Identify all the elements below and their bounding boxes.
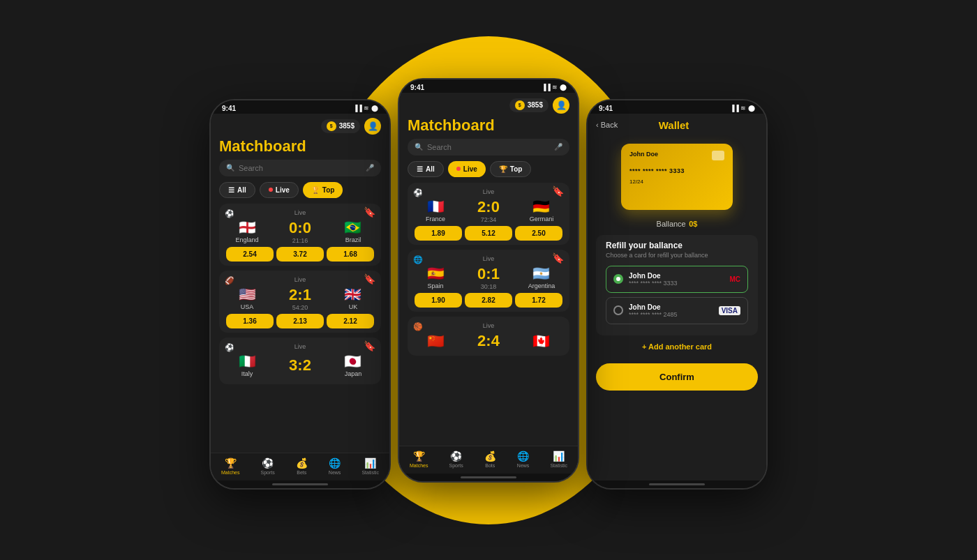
- flag-usa: 🇺🇸: [239, 287, 256, 301]
- odd-1-3[interactable]: 1.68: [327, 247, 374, 262]
- teams-c2: 🇪🇸 Spain 0:1 30:18 🇦🇷 Argentina: [415, 266, 562, 290]
- status-icons-right: ▐▐ ≋ ⬤: [730, 105, 755, 112]
- matches-icon-center: 🏆: [413, 451, 425, 462]
- flag-brazil: 🇧🇷: [344, 220, 361, 234]
- nav-sports-center[interactable]: ⚽ Sports: [449, 451, 463, 468]
- tab-top-center[interactable]: 🏆 Top: [490, 161, 532, 177]
- home-indicator-right: [588, 480, 766, 488]
- trophy-icon-left: 🏆: [311, 186, 320, 194]
- tab-top-left[interactable]: 🏆 Top: [303, 182, 343, 198]
- tab-live-left[interactable]: Live: [260, 182, 299, 198]
- tab-all-left[interactable]: ☰ All: [219, 182, 255, 198]
- nav-sports-left[interactable]: ⚽ Sports: [261, 457, 275, 475]
- tab-live-center[interactable]: Live: [448, 161, 486, 177]
- bets-icon-left: 💰: [296, 457, 308, 469]
- phone-center: 9:41 ▐▐ ≋ ⬤ $ 385$ 👤 Matchboard 🔍 🎤 ☰: [398, 78, 579, 483]
- odd-2-2[interactable]: 2.13: [276, 314, 324, 328]
- bookmark-icon-2[interactable]: 🔖: [364, 273, 375, 285]
- page-title-left: Matchboard: [211, 136, 389, 160]
- odd-c1-2[interactable]: 5.12: [465, 226, 512, 241]
- team1-c2: 🇪🇸 Spain: [415, 266, 456, 289]
- search-input-left[interactable]: [239, 164, 361, 172]
- confirm-button[interactable]: Confirm: [596, 363, 758, 391]
- avatar-left[interactable]: 👤: [364, 118, 381, 135]
- search-input-center[interactable]: [427, 143, 550, 151]
- bottom-nav-center: 🏆 Matches ⚽ Sports 💰 Bots 🌐 News 📊: [399, 446, 578, 474]
- nav-stat-center[interactable]: 📊 Statistic: [550, 451, 567, 468]
- odds-row-2: 1.36 2.13 2.12: [226, 314, 374, 328]
- nav-label-sports-center: Sports: [449, 463, 463, 468]
- flag-japan: 🇯🇵: [344, 354, 361, 368]
- flag-spain: 🇪🇸: [427, 266, 445, 280]
- match-card-left-3: ⚽ Live 🔖 🇮🇹 Italy 3:2: [219, 338, 381, 384]
- nav-news-left[interactable]: 🌐 News: [329, 457, 341, 475]
- filter-tabs-center: ☰ All Live 🏆 Top: [399, 161, 578, 183]
- odd-c1-1[interactable]: 1.89: [415, 226, 462, 241]
- nav-stat-left[interactable]: 📊 Statistic: [361, 457, 379, 475]
- nav-label-sports-left: Sports: [261, 470, 275, 475]
- matches-icon-left: 🏆: [225, 457, 237, 469]
- odd-1-1[interactable]: 2.54: [226, 247, 274, 262]
- odd-c2-3[interactable]: 1.72: [515, 293, 562, 308]
- credit-card-display: John Doe **** **** **** 3333 12/24: [621, 144, 733, 210]
- nav-matches-left[interactable]: 🏆 Matches: [221, 457, 239, 475]
- time-c1: 72:34: [481, 216, 497, 223]
- nav-label-matches-left: Matches: [221, 470, 239, 475]
- time-left: 9:41: [222, 105, 236, 112]
- sport-icon-c1: ⚽: [413, 188, 423, 197]
- score-c3: 2:4: [477, 333, 500, 349]
- home-bar-left: [272, 483, 328, 485]
- nav-bets-left[interactable]: 💰 Bets: [296, 457, 308, 475]
- odd-c2-2[interactable]: 2.82: [465, 293, 512, 308]
- wallet-card-container: John Doe **** **** **** 3333 12/24: [588, 137, 766, 214]
- back-button[interactable]: ‹ Back: [596, 121, 618, 129]
- nav-label-news-left: News: [329, 470, 341, 475]
- flag-canada: 🇨🇦: [532, 334, 550, 348]
- home-bar-center: [461, 476, 516, 478]
- score-block-c3: 2:4: [477, 333, 500, 349]
- avatar-center[interactable]: 👤: [553, 97, 569, 114]
- odds-row-1: 2.54 3.72 1.68: [226, 247, 374, 262]
- notch-right: 9:41 ▐▐ ≋ ⬤: [588, 100, 766, 114]
- team1-match2: 🇺🇸 USA: [226, 287, 268, 310]
- add-card-button[interactable]: + Add another card: [588, 335, 766, 358]
- card-option-1[interactable]: John Doe **** **** **** 3333 MC: [606, 266, 748, 293]
- odd-2-1[interactable]: 1.36: [226, 314, 274, 328]
- odd-c2-1[interactable]: 1.90: [415, 293, 462, 308]
- card-option-2[interactable]: John Doe **** **** **** 2485 VISA: [606, 297, 748, 324]
- visa-icon: VISA: [719, 306, 740, 315]
- bookmark-icon-c2[interactable]: 🔖: [552, 252, 564, 264]
- odd-c1-3[interactable]: 2.50: [515, 226, 562, 241]
- sport-icon-1: ⚽: [225, 209, 234, 218]
- teams-1: 🏴󠁧󠁢󠁥󠁮󠁧󠁿 England 0:0 21:16 🇧🇷 Brazil: [226, 220, 374, 244]
- search-bar-center[interactable]: 🔍 🎤: [408, 139, 569, 156]
- mic-icon-left: 🎤: [366, 164, 374, 172]
- match-card-center-3: 🏀 Live 🇨🇳 2:4 🇨🇦: [408, 317, 569, 356]
- odd-2-3[interactable]: 2.12: [327, 314, 374, 328]
- odd-1-2[interactable]: 3.72: [276, 247, 324, 262]
- name-argentina: Argentina: [528, 282, 555, 289]
- refill-subtitle: Choose a card for refill your ballance: [606, 252, 748, 259]
- nav-bots-center[interactable]: 💰 Bots: [484, 451, 496, 468]
- card-holder-2: John Doe: [629, 303, 713, 311]
- name-spain: Spain: [427, 282, 443, 289]
- team2-c1: 🇩🇪 Germani: [521, 199, 562, 222]
- bookmark-icon-3[interactable]: 🔖: [364, 340, 375, 351]
- teams-3: 🇮🇹 Italy 3:2 🇯🇵 Japan: [226, 354, 374, 377]
- odds-row-c2: 1.90 2.82 1.72: [415, 293, 562, 308]
- nav-news-center[interactable]: 🌐 News: [517, 451, 530, 468]
- live-label-1: Live: [294, 209, 306, 216]
- sport-icon-3: ⚽: [225, 343, 234, 352]
- search-icon-left: 🔍: [226, 164, 234, 172]
- bookmark-icon-c1[interactable]: 🔖: [552, 186, 564, 197]
- search-bar-left[interactable]: 🔍 🎤: [219, 160, 381, 176]
- nav-matches-center[interactable]: 🏆 Matches: [410, 451, 428, 468]
- name-germany: Germani: [530, 215, 554, 222]
- match-header-3: Live: [226, 343, 374, 350]
- header-left: $ 385$ 👤: [211, 114, 389, 136]
- match-header-c3: Live: [415, 322, 562, 329]
- radio-2: [613, 305, 623, 315]
- bookmark-icon-1[interactable]: 🔖: [364, 206, 375, 218]
- team2-match2: 🇬🇧 UK: [332, 287, 374, 310]
- tab-all-center[interactable]: ☰ All: [408, 161, 444, 177]
